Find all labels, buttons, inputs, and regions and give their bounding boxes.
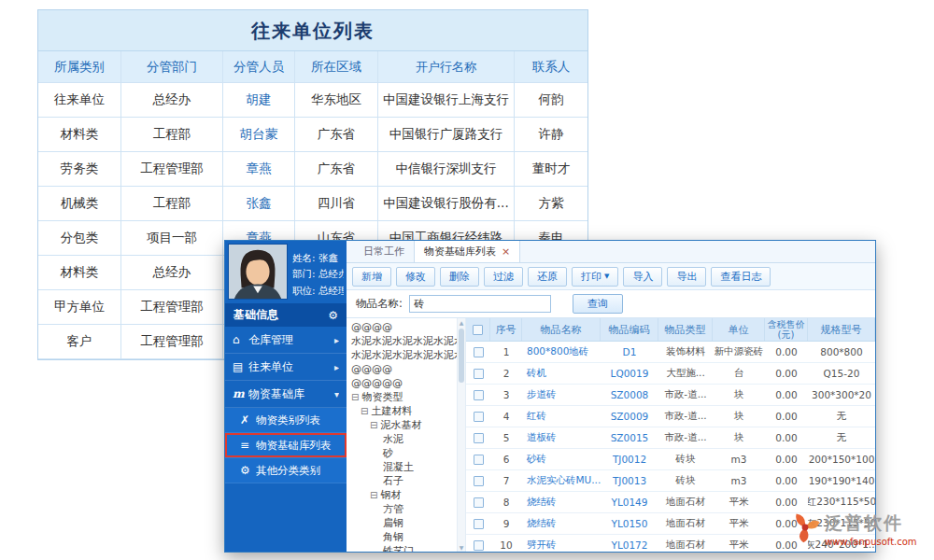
print-button[interactable]: 打印 ▼ — [572, 267, 618, 287]
column-header-item-name: 物品名称 — [522, 318, 601, 341]
tab-material-library-list[interactable]: 物资基础库列表 × — [414, 241, 520, 262]
cell-spec: 190*190*140 — [808, 470, 875, 491]
table-row[interactable]: 2 砖机 LQ0019 大型施... 台 0.00 Q15-20 — [466, 363, 875, 385]
restore-button[interactable]: 还原 — [528, 267, 567, 287]
warehouse-icon: ⌂ — [233, 333, 248, 346]
tab-label: 日常工作 — [363, 245, 404, 259]
units-icon: ▤ — [233, 360, 248, 373]
scroll-down-icon[interactable]: ▼ — [458, 543, 465, 552]
row-checkbox[interactable] — [474, 433, 484, 443]
table-row[interactable]: 材料类 工程部 胡台蒙 广东省 中国银行广厦路支行 许静 — [38, 118, 587, 152]
column-header-region: 所在区域 — [295, 51, 378, 83]
table-row[interactable]: 往来单位 总经办 胡建 华东地区 中国建设银行上海支行 何韵 — [38, 83, 587, 118]
delete-button[interactable]: 删除 — [440, 267, 479, 287]
close-icon[interactable]: × — [502, 245, 510, 258]
tree-item-angle-steel[interactable]: 角钢 — [347, 530, 457, 544]
cell-item-name[interactable]: 道板砖 — [522, 427, 601, 448]
cell-item-name[interactable]: 800*800地砖 — [522, 342, 601, 362]
cell-bank: 中国银行广厦路支行 — [378, 118, 515, 152]
cell-spec: 800*800 — [808, 342, 875, 362]
cell-item-name[interactable]: 步道砖 — [522, 385, 601, 405]
sidebar-subitem-other-categories[interactable]: ⚙ 其他分类类别 — [225, 458, 347, 483]
tree-item-masonry-base[interactable]: ⊟泥水基材 — [347, 418, 457, 432]
cell-spec: 红230*115*50 — [808, 492, 875, 512]
cell-index: 7 — [490, 470, 522, 491]
cell-item-name[interactable]: 烧结砖 — [522, 513, 601, 534]
collapse-icon[interactable]: ⊟ — [370, 490, 377, 500]
row-checkbox[interactable] — [474, 519, 484, 529]
brand-name: 泛普软件 — [825, 511, 917, 536]
row-checkbox[interactable] — [474, 347, 484, 357]
tree-item-civil-materials[interactable]: ⊟土建材料 — [347, 404, 457, 418]
cell-item-name[interactable]: 砖机 — [522, 363, 601, 384]
export-button[interactable]: 导出 — [667, 267, 706, 287]
tree-item[interactable]: @@@@ — [347, 362, 457, 376]
tree-item-gravel[interactable]: 石子 — [347, 474, 457, 488]
tree-scrollbar[interactable]: ▲ ▼ — [457, 318, 466, 552]
cell-item-name[interactable]: 劈开砖 — [522, 535, 601, 552]
table-row[interactable]: 6 砂砖 TJ0012 砖块 m3 0.00 200*150*100 — [466, 449, 875, 470]
select-all-checkbox[interactable] — [473, 325, 483, 335]
cell-item-name[interactable]: 砂砖 — [522, 449, 601, 469]
cell-contact: 何韵 — [515, 83, 587, 118]
tree-item[interactable]: @@@@ — [347, 320, 457, 334]
query-button[interactable]: 查询 — [573, 294, 623, 314]
table-row[interactable]: 5 道板砖 SZ0015 市政-道... 块 0.00 无 — [466, 427, 875, 449]
table-row[interactable]: 1 800*800地砖 D1 装饰材料 新中源瓷砖 0.00 800*800 — [466, 342, 875, 363]
sidebar-subitem-material-library-list[interactable]: ≡ 物资基础库列表 — [225, 433, 347, 458]
sidebar-item-warehouse[interactable]: ⌂ 仓库管理 ▸ — [225, 327, 347, 354]
table-row[interactable]: 3 步道砖 SZ0008 市政-道... 块 0.00 300*300*20 — [466, 385, 875, 406]
cell-region: 广东省 — [295, 118, 378, 152]
user-info: 姓名: 张鑫 部门: 总经办 职位: 总经理 — [288, 244, 344, 301]
tree-item[interactable]: 水泥水泥水泥水泥水泥水泥水泥水泥 — [347, 348, 457, 362]
item-name-input[interactable] — [409, 295, 551, 313]
material-library-icon: m — [233, 387, 248, 400]
scrollbar-thumb[interactable] — [459, 329, 464, 383]
tree-item-square-tube[interactable]: 方管 — [347, 502, 457, 516]
table-row[interactable]: 7 水泥实心砖MU... TJ0013 砖块 m3 0.00 190*190*1… — [466, 470, 875, 492]
table-row[interactable]: 机械类 工程部 张鑫 四川省 中国建设银行股份有... 方紫 — [38, 187, 587, 221]
tree-label: 砂 — [383, 447, 393, 459]
collapse-icon[interactable]: ⊟ — [351, 392, 359, 402]
collapse-icon[interactable]: ⊟ — [370, 420, 377, 430]
row-checkbox[interactable] — [474, 369, 484, 379]
tree-item-iron-gate[interactable]: 铁艺门 — [347, 544, 457, 552]
row-checkbox[interactable] — [474, 476, 484, 486]
tree-item-steel[interactable]: ⊟钢材 — [347, 488, 457, 502]
sidebar-subitem-material-category-list[interactable]: ✗ 物资类别列表 — [225, 408, 347, 433]
row-checkbox[interactable] — [474, 455, 484, 465]
scroll-up-icon[interactable]: ▲ — [458, 318, 465, 327]
sidebar-subitem-label: 物资类别列表 — [256, 413, 339, 427]
search-bar: 物品名称: 查询 — [347, 290, 875, 318]
tree-item-cement[interactable]: 水泥 — [347, 432, 457, 446]
tree-item-flat-steel[interactable]: 扁钢 — [347, 516, 457, 530]
cell-item-code: YL0150 — [601, 513, 658, 534]
cell-item-name[interactable]: 水泥实心砖MU... — [522, 470, 601, 491]
tree-item-sand[interactable]: 砂 — [347, 446, 457, 460]
table-row[interactable]: 4 红砖 SZ0009 市政-道... 块 0.00 无 — [466, 406, 875, 427]
tree-item[interactable]: 水泥水泥水泥水泥水泥水泥水泥水泥 — [347, 334, 457, 348]
collapse-icon[interactable]: ⊟ — [361, 406, 368, 416]
table-row[interactable]: 劳务类 工程管理部 章燕 广东省 中信银行深圳支行 董时才 — [38, 152, 587, 187]
sidebar-item-contact-units[interactable]: ▤ 往来单位 ▸ — [225, 354, 347, 381]
table-row[interactable]: 8 烧结砖 YL0149 地面石材 平米 0.00 红230*115*50 — [466, 492, 875, 513]
sidebar-item-material-library[interactable]: m 物资基础库 ▾ — [225, 381, 347, 408]
view-log-button[interactable]: 查看日志 — [711, 267, 771, 287]
cell-item-name[interactable]: 红砖 — [522, 406, 601, 427]
tree-item-concrete[interactable]: 混凝土 — [347, 460, 457, 474]
cell-item-name[interactable]: 烧结砖 — [522, 492, 601, 512]
tree-item[interactable]: @@@@@ — [347, 376, 457, 390]
row-checkbox[interactable] — [474, 390, 484, 400]
cell-department: 总经办 — [121, 83, 223, 118]
modify-button[interactable]: 修改 — [396, 267, 435, 287]
row-checkbox[interactable] — [474, 540, 484, 551]
tab-daily-work[interactable]: 日常工作 — [354, 241, 414, 262]
gear-icon[interactable]: ⚙ — [328, 309, 338, 322]
tree-item-material-type[interactable]: ⊟物资类型 — [347, 390, 457, 404]
row-checkbox[interactable] — [474, 412, 484, 422]
row-checkbox[interactable] — [474, 497, 484, 508]
add-button[interactable]: 新增 — [352, 267, 391, 287]
import-button[interactable]: 导入 — [623, 267, 662, 287]
filter-button[interactable]: 过滤 — [484, 267, 523, 287]
tree-label: 石子 — [383, 475, 403, 487]
